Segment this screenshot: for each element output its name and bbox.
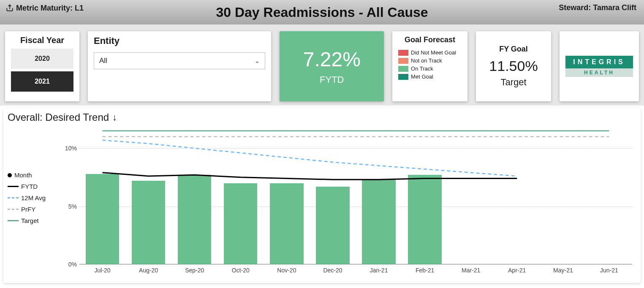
bars-container: [79, 125, 632, 264]
x-tick: May-21: [553, 267, 573, 274]
chart-bar: [86, 174, 119, 265]
fytd-kpi-card: 7.22% FYTD: [280, 31, 384, 101]
kpi-value: 7.22%: [303, 48, 361, 71]
y-axis: 0%5%10%: [58, 125, 79, 264]
x-tick: Dec-20: [323, 267, 342, 274]
legend-12mavg-label: 12M Avg: [21, 194, 46, 201]
fy-option-label: 2021: [35, 78, 50, 85]
legend-target: Target: [8, 217, 58, 224]
forecast-legend-item: Not on Track: [398, 57, 462, 64]
dashboard-header: Metric Maturity: L1 30 Day Readmissions …: [0, 0, 644, 24]
y-tick: 10%: [65, 145, 77, 152]
fiscal-year-card: Fiscal Year 2020 2021: [5, 31, 79, 101]
header-left: Metric Maturity: L1: [5, 3, 84, 13]
trend-chart-card: Overall: Desired Trend ↓ Month FYTD 12M …: [3, 108, 641, 283]
legend-prfy-marker: [8, 209, 19, 210]
forecast-label: On Track: [411, 65, 433, 72]
legend-month-label: Month: [14, 171, 32, 179]
entity-title: Entity: [94, 35, 265, 46]
legend-12mavg-marker: [8, 197, 19, 198]
page-title: 30 Day Readmissions - All Cause: [216, 5, 428, 20]
x-tick: Jun-21: [600, 267, 618, 274]
trend-down-icon: ↓: [112, 112, 117, 123]
chart-bar: [270, 183, 303, 265]
x-tick: Jan-21: [370, 267, 388, 274]
fy-goal-title: FY Goal: [499, 45, 528, 54]
legend-fytd: FYTD: [8, 183, 58, 190]
chart-bar: [178, 175, 211, 264]
logo-top-text: INTEGRIS: [565, 56, 633, 68]
fy-goal-card: FY Goal 11.50% Target: [476, 31, 551, 101]
entity-dropdown[interactable]: All ⌄: [94, 52, 265, 69]
goal-forecast-card: Goal Forecast Did Not Meet GoalNot on Tr…: [392, 31, 467, 101]
forecast-legend-item: On Track: [398, 65, 462, 72]
chart-bar: [408, 175, 441, 264]
fy-option-label: 2020: [35, 55, 50, 62]
y-tick: 0%: [68, 261, 77, 268]
fiscal-year-title: Fiscal Year: [11, 35, 73, 45]
logo-bottom-text: HEALTH: [565, 68, 633, 77]
x-tick: Sep-20: [185, 267, 204, 274]
forecast-label: Not on Track: [411, 57, 442, 64]
share-icon[interactable]: [5, 3, 14, 13]
forecast-label: Did Not Meet Goal: [411, 49, 456, 56]
chart-body: Month FYTD 12M Avg PrFY Target 0%5%10%: [8, 125, 636, 277]
fiscal-year-option-2020[interactable]: 2020: [11, 49, 73, 69]
y-tick: 5%: [68, 203, 77, 210]
legend-month: Month: [8, 171, 58, 179]
chart-bar: [362, 179, 395, 264]
legend-prfy: PrFY: [8, 206, 58, 213]
chart-bar: [224, 183, 257, 265]
legend-12mavg: 12M Avg: [8, 194, 58, 201]
x-tick: Mar-21: [462, 267, 480, 274]
x-tick: Apr-21: [508, 267, 526, 274]
forecast-label: Met Goal: [411, 73, 433, 80]
x-tick: Jul-20: [94, 267, 110, 274]
chart-title-text: Overall: Desired Trend: [8, 111, 109, 123]
x-axis: Jul-20Aug-20Sep-20Oct-20Nov-20Dec-20Jan-…: [79, 264, 632, 277]
legend-fytd-marker: [8, 186, 19, 187]
entity-card: Entity All ⌄: [88, 31, 271, 101]
x-tick: Feb-21: [416, 267, 434, 274]
chart-legend: Month FYTD 12M Avg PrFY Target: [8, 125, 58, 277]
forecast-swatch: [398, 50, 408, 56]
legend-target-marker: [8, 220, 19, 221]
legend-target-label: Target: [21, 217, 39, 224]
legend-prfy-label: PrFY: [21, 206, 35, 213]
steward-label: Steward: Tamara Clift: [559, 3, 636, 12]
legend-fytd-label: FYTD: [21, 183, 38, 190]
x-tick: Nov-20: [277, 267, 296, 274]
goal-forecast-title: Goal Forecast: [398, 35, 462, 44]
entity-selected-value: All: [99, 57, 107, 65]
forecast-legend-item: Did Not Meet Goal: [398, 49, 462, 56]
forecast-swatch: [398, 58, 408, 64]
forecast-swatch: [398, 74, 408, 80]
kpi-label: FYTD: [320, 74, 344, 85]
fy-goal-value: 11.50%: [489, 58, 538, 74]
legend-month-marker: [8, 173, 12, 177]
fy-goal-label: Target: [500, 77, 526, 88]
forecast-legend-item: Met Goal: [398, 73, 462, 80]
logo-card: INTEGRIS HEALTH: [560, 31, 639, 101]
chart-bar: [132, 181, 165, 264]
kpi-row: Fiscal Year 2020 2021 Entity All ⌄ 7.22%…: [0, 24, 644, 106]
plot-area: 0%5%10% Jul-20Aug-20Sep-20Oct-20Nov-20De…: [58, 125, 636, 277]
integris-logo: INTEGRIS HEALTH: [565, 56, 633, 77]
forecast-swatch: [398, 66, 408, 72]
x-tick: Aug-20: [139, 267, 158, 274]
metric-maturity-label: Metric Maturity: L1: [16, 4, 84, 13]
chart-title: Overall: Desired Trend ↓: [8, 111, 636, 123]
goal-forecast-legend: Did Not Meet GoalNot on TrackOn TrackMet…: [398, 49, 462, 82]
chart-bar: [316, 187, 349, 264]
fiscal-year-option-2021[interactable]: 2021: [11, 71, 73, 92]
x-tick: Oct-20: [232, 267, 250, 274]
chevron-down-icon: ⌄: [255, 57, 260, 64]
plot: [79, 125, 632, 264]
